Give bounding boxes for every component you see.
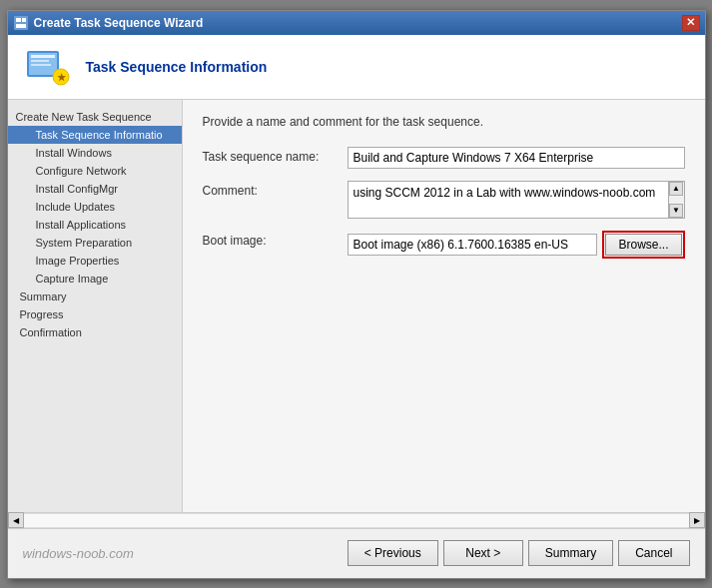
next-button[interactable]: Next > (443, 540, 523, 566)
sidebar-item-install-windows[interactable]: Install Windows (8, 144, 182, 162)
name-label: Task sequence name: (203, 147, 348, 164)
sidebar-item-configure-network[interactable]: Configure Network (8, 162, 182, 180)
sidebar-item-include-updates[interactable]: Include Updates (8, 198, 182, 216)
sidebar-item-capture-image[interactable]: Capture Image (8, 270, 182, 288)
sidebar: Create New Task Sequence Task Sequence I… (8, 100, 183, 512)
sidebar-item-image-properties[interactable]: Image Properties (8, 252, 182, 270)
content-area: Provide a name and comment for the task … (183, 100, 705, 512)
boot-image-label: Boot image: (203, 231, 348, 248)
boot-image-input[interactable] (348, 234, 598, 256)
wizard-window: Create Task Sequence Wizard ✕ ★ Task Seq… (7, 10, 706, 579)
svg-rect-6 (31, 55, 55, 58)
sidebar-item-progress[interactable]: Progress (8, 305, 182, 323)
svg-rect-8 (31, 64, 51, 66)
comment-label: Comment: (203, 181, 348, 198)
scroll-right-btn[interactable]: ▶ (689, 512, 705, 528)
scroll-down-btn[interactable]: ▼ (669, 204, 683, 218)
svg-rect-2 (22, 18, 26, 22)
browse-button[interactable]: Browse... (605, 234, 681, 256)
sidebar-item-install-applications[interactable]: Install Applications (8, 216, 182, 234)
comment-textarea[interactable]: using SCCM 2012 in a Lab with www.window… (349, 182, 668, 218)
content-description: Provide a name and comment for the task … (203, 115, 685, 129)
boot-image-controls: Browse... (348, 231, 685, 259)
title-bar-icon (13, 15, 29, 31)
footer-buttons: < Previous Next > Summary Cancel (348, 540, 690, 566)
svg-rect-3 (16, 24, 26, 28)
header-title: Task Sequence Information (86, 59, 268, 75)
cancel-button[interactable]: Cancel (618, 540, 689, 566)
name-input[interactable] (348, 147, 685, 169)
sidebar-item-task-sequence-info[interactable]: Task Sequence Informatio (8, 126, 182, 144)
svg-rect-7 (31, 60, 49, 62)
sidebar-item-summary[interactable]: Summary (8, 288, 182, 305)
title-bar: Create Task Sequence Wizard ✕ (8, 11, 705, 35)
sidebar-item-system-preparation[interactable]: System Preparation (8, 234, 182, 252)
comment-scrollbar: ▲ ▼ (668, 182, 684, 218)
scroll-track (24, 513, 689, 528)
sidebar-item-install-configmgr[interactable]: Install ConfigMgr (8, 180, 182, 198)
sidebar-top-label: Create New Task Sequence (8, 108, 182, 126)
comment-wrapper: using SCCM 2012 in a Lab with www.window… (348, 181, 685, 219)
main-content: Create New Task Sequence Task Sequence I… (8, 100, 705, 512)
sidebar-item-confirmation[interactable]: Confirmation (8, 323, 182, 341)
scroll-up-btn[interactable]: ▲ (669, 182, 683, 196)
summary-button[interactable]: Summary (528, 540, 613, 566)
boot-image-row: Boot image: Browse... (203, 231, 685, 259)
svg-text:★: ★ (57, 72, 67, 83)
close-button[interactable]: ✕ (682, 15, 700, 31)
bottom-scrollbar: ◀ ▶ (8, 512, 705, 528)
window-title: Create Task Sequence Wizard (34, 16, 204, 30)
previous-button[interactable]: < Previous (348, 540, 438, 566)
header-wizard-icon: ★ (23, 43, 71, 91)
svg-rect-1 (16, 18, 21, 22)
wizard-header: ★ Task Sequence Information (8, 35, 705, 100)
scroll-left-btn[interactable]: ◀ (8, 512, 24, 528)
footer-watermark: windows-noob.com (23, 546, 134, 561)
comment-row: Comment: using SCCM 2012 in a Lab with w… (203, 181, 685, 219)
footer: windows-noob.com < Previous Next > Summa… (8, 528, 705, 578)
browse-button-wrapper: Browse... (602, 231, 684, 259)
name-row: Task sequence name: (203, 147, 685, 169)
